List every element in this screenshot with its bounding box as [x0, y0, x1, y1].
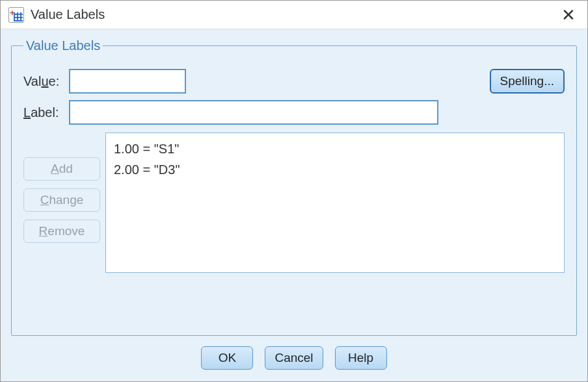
- value-label: Value:: [23, 74, 69, 89]
- value-labels-listbox[interactable]: 1.00 = "S1"2.00 = "D3": [105, 133, 565, 273]
- spelling-button[interactable]: Spelling...: [490, 69, 565, 94]
- label-label: Label:: [23, 105, 69, 120]
- value-row: Value: Spelling...: [23, 69, 565, 94]
- change-button[interactable]: Change: [23, 188, 100, 212]
- dialog-window: + Value Labels ✕ Value Labels Value: Spe…: [0, 0, 588, 382]
- help-button[interactable]: Help: [335, 346, 387, 370]
- ok-button[interactable]: OK: [201, 346, 253, 370]
- label-row: Label:: [23, 100, 565, 125]
- value-input[interactable]: [69, 69, 186, 94]
- label-input[interactable]: [69, 100, 438, 125]
- footer-buttons: OK Cancel Help: [11, 336, 577, 374]
- list-buttons: Add Change Remove: [23, 133, 100, 273]
- value-labels-group: Value Labels Value: Spelling... Label: A…: [11, 38, 577, 336]
- titlebar: + Value Labels ✕: [1, 1, 587, 29]
- add-button[interactable]: Add: [23, 157, 100, 181]
- remove-button[interactable]: Remove: [23, 220, 100, 243]
- list-item[interactable]: 2.00 = "D3": [114, 159, 556, 180]
- app-icon: +: [8, 7, 24, 23]
- list-item[interactable]: 1.00 = "S1": [114, 138, 556, 159]
- group-legend: Value Labels: [23, 38, 103, 53]
- window-title: Value Labels: [31, 7, 557, 22]
- cancel-button[interactable]: Cancel: [265, 346, 323, 370]
- add-rest: dd: [59, 162, 73, 175]
- content-area: Value Labels Value: Spelling... Label: A…: [1, 29, 587, 381]
- close-icon[interactable]: ✕: [557, 6, 580, 23]
- list-area: Add Change Remove 1.00 = "S1"2.00 = "D3": [23, 133, 565, 273]
